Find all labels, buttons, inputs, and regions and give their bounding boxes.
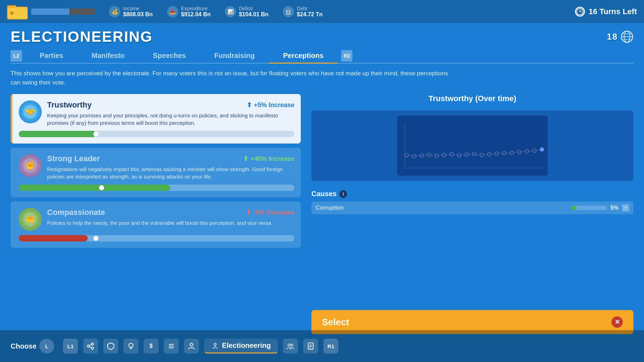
debt-stat: 🏦 Debt $24.72 Tn	[283, 6, 323, 18]
trustworthy-description: Keeping your promises and your principle…	[47, 112, 294, 127]
strongleader-title-row: Strong Leader ⬆ +40% Increase	[47, 154, 294, 163]
causes-section: Causes i Corruption 5% +	[311, 190, 633, 214]
trustworthy-progress-marker	[93, 132, 98, 136]
deficit-icon: 📊	[225, 6, 236, 17]
perception-cards-list: 🤝 Trustworthy ⬆ +5% Increase Keepin	[11, 94, 301, 334]
trustworthy-info: Trustworthy ⬆ +5% Increase Keeping your …	[47, 100, 294, 127]
strongleader-info: Strong Leader ⬆ +40% Increase Resignatio…	[47, 154, 294, 180]
svg-text:$: $	[150, 343, 153, 349]
compassionate-card-header: 🤲 Compassionate ⬆ -8% Decrease Poli	[19, 208, 294, 231]
page-title-row: ELECTIONEERING 18	[11, 28, 633, 45]
strongleader-progress-marker	[99, 185, 104, 190]
income-stat: 💰 Income $808.03 Bn	[109, 6, 153, 18]
expenditure-label: Expenditure	[181, 6, 211, 11]
svg-text:🤲: 🤲	[25, 215, 35, 224]
r1-button[interactable]: R1	[323, 339, 338, 354]
turns-left: 16 Turns Left	[575, 7, 637, 17]
compassionate-progress-fill	[19, 235, 88, 241]
strongleader-title: Strong Leader	[47, 154, 100, 163]
compassionate-title-row: Compassionate ⬆ -8% Decrease	[47, 208, 294, 217]
causes-info-icon[interactable]: i	[339, 190, 347, 198]
svg-point-53	[190, 343, 193, 346]
svg-point-56	[288, 344, 290, 346]
choose-l-button[interactable]: L	[39, 339, 54, 354]
globe-count: 18	[607, 32, 618, 42]
compassionate-change: ⬆ -8% Decrease	[246, 209, 294, 216]
logo-area: ◆	[7, 3, 95, 20]
svg-point-41	[91, 343, 93, 345]
strongleader-change: ⬆ +40% Increase	[243, 155, 294, 163]
share-nav-icon[interactable]	[83, 339, 98, 354]
tab-speeches[interactable]: Speeches	[139, 49, 200, 64]
trustworthy-title: Trustworthy	[47, 100, 92, 110]
compassionate-progress-marker	[93, 236, 98, 241]
corruption-expand-icon[interactable]: +	[622, 204, 629, 211]
debt-value: $24.72 Tn	[297, 11, 323, 18]
causes-title: Causes i	[311, 190, 633, 198]
compassionate-description: Policies to help the needy, the poor and…	[47, 219, 294, 227]
trustworthy-avatar: 🤝	[19, 100, 42, 123]
trustworthy-card[interactable]: 🤝 Trustworthy ⬆ +5% Increase Keepin	[11, 94, 301, 144]
debt-icon: 🏦	[283, 6, 294, 17]
debt-label: Debt	[297, 6, 323, 11]
l1-button[interactable]: L1	[63, 339, 78, 354]
compassionate-progress-bar	[19, 235, 294, 241]
trustworthy-title-row: Trustworthy ⬆ +5% Increase	[47, 100, 294, 110]
svg-point-43	[87, 345, 90, 347]
tab-parties[interactable]: Parties	[25, 49, 77, 64]
income-value: $808.03 Bn	[123, 11, 153, 18]
choose-text: Choose	[11, 342, 36, 350]
nav-tabs: L2 Parties Manifesto Speeches Fundraisin…	[11, 49, 633, 64]
trustworthy-card-header: 🤝 Trustworthy ⬆ +5% Increase Keepin	[19, 100, 294, 127]
svg-text:◆: ◆	[10, 10, 14, 16]
dollar-nav-icon[interactable]: $	[144, 339, 159, 354]
corruption-cause-pct: 5%	[610, 205, 619, 211]
nav-l2-button[interactable]: L2	[11, 50, 22, 62]
corruption-cause-name: Corruption	[316, 204, 568, 211]
bottom-nav: Choose L L1 $	[0, 330, 644, 362]
group-nav-icon[interactable]	[283, 339, 298, 354]
right-column: Trustworthy (Over time)	[311, 94, 633, 334]
corruption-cause-bar-fill	[571, 206, 577, 210]
clock-icon	[575, 7, 585, 17]
logo-icon: ◆	[7, 3, 28, 20]
list-nav-icon[interactable]	[164, 339, 179, 354]
strongleader-progress-fill	[19, 185, 170, 191]
expenditure-value: $912.04 Bn	[181, 11, 211, 18]
tab-manifesto[interactable]: Manifesto	[77, 49, 139, 64]
trustworthy-progress-fill	[19, 131, 96, 137]
nav-r2-button[interactable]: R2	[341, 50, 352, 62]
player-progress-bar	[31, 8, 95, 15]
strongleader-card[interactable]: ✊ Strong Leader ⬆ +40% Increase Resi	[11, 148, 301, 197]
expenditure-stat: 📤 Expenditure $912.04 Bn	[167, 6, 211, 18]
income-icon: 💰	[109, 6, 120, 17]
deficit-stat: 📊 Deficit $104.01 Bn	[225, 6, 269, 18]
chart-svg	[317, 116, 628, 176]
svg-point-54	[214, 343, 216, 345]
compassionate-change-icon: ⬆	[246, 209, 251, 216]
corruption-cause-bar	[571, 206, 607, 210]
page-title: ELECTIONEERING	[11, 28, 153, 45]
strongleader-change-icon: ⬆	[243, 155, 248, 163]
svg-point-46	[129, 343, 133, 348]
compassionate-card[interactable]: 🤲 Compassionate ⬆ -8% Decrease Poli	[11, 202, 301, 248]
shield-nav-icon[interactable]	[103, 339, 118, 354]
electioneering-label: Electioneering	[222, 341, 271, 350]
top-bar: ◆ 💰 Income $808.03 Bn 📤 Expenditure $912…	[0, 0, 644, 23]
document-nav-icon[interactable]	[303, 339, 318, 354]
turns-left-label: 16 Turns Left	[588, 7, 637, 16]
main-content: ELECTIONEERING 18 L2 Parties Manifesto S…	[0, 23, 644, 330]
chart-title: Trustworthy (Over time)	[311, 94, 633, 103]
lightbulb-nav-icon[interactable]	[123, 339, 138, 354]
tab-fundraising[interactable]: Fundraising	[200, 49, 269, 64]
choose-label: Choose L	[11, 339, 54, 354]
tab-perceptions[interactable]: Perceptions	[269, 49, 338, 64]
electioneering-nav-item[interactable]: Electioneering	[204, 339, 278, 354]
trustworthy-change: ⬆ +5% Increase	[247, 101, 294, 109]
strongleader-description: Resignations will negatively impact this…	[47, 165, 294, 180]
svg-point-57	[291, 344, 293, 346]
svg-text:✊: ✊	[25, 161, 35, 170]
person-nav-icon[interactable]	[184, 339, 199, 354]
strongleader-progress-bar	[19, 185, 294, 191]
svg-point-42	[91, 347, 93, 349]
